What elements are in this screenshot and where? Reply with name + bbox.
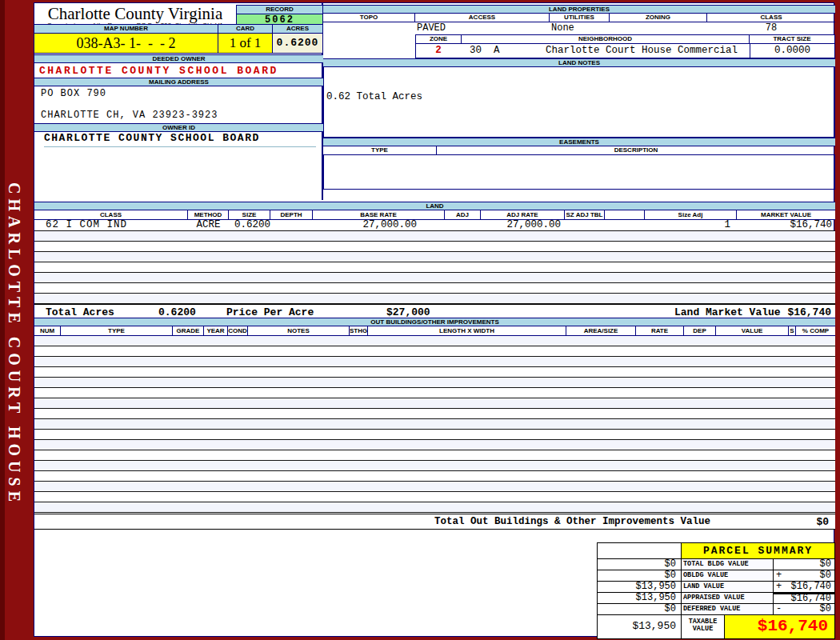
land-properties-panel: LAND PROPERTIES TOPO ACCESS UTILITIES ZO… (323, 3, 835, 200)
land-base-rate-value: 27,000.00 (313, 220, 417, 230)
land-notes-text: 0.62 Total Acres (326, 91, 422, 102)
col-land-size-adj: Size Adj (645, 210, 737, 219)
record-card-content: Charlotte County Virginia Commissioner o… (34, 2, 834, 637)
label-obldg: OBLDG VALUE (682, 570, 774, 581)
label-taxable-line2: VALUE (693, 625, 714, 633)
card-value: 1 of 1 (218, 34, 273, 53)
op-obldg: + (776, 570, 782, 581)
prior-appraised: $13,950 (598, 593, 682, 603)
summary-row-taxable: $13,950 TAXABLE VALUE $16,740 (598, 615, 834, 638)
summary-row-land: $13,950 LAND VALUE +$16,740 (598, 582, 834, 593)
col-ob-num: NUM (34, 326, 61, 335)
col-land-adj-rate: ADJ RATE (481, 210, 565, 219)
summary-row-total-bldg: $0 TOTAL BLDG VALUE $0 (598, 559, 834, 570)
easements-box (323, 155, 835, 190)
value-land: $16,740 (791, 582, 831, 592)
land-notes-box: 0.62 Total Acres (323, 67, 835, 138)
col-ob-sthgt: STHGT (350, 326, 368, 335)
owner-id-value: CHARLOTTE COUNTY SCHOOL BOARD (44, 132, 316, 147)
zone-table-values: 2 30 A Charlotte Court House Commercial … (416, 44, 834, 58)
col-ob-notes: NOTES (248, 326, 350, 335)
prior-total-bldg: $0 (598, 559, 682, 570)
land-properties-title: LAND PROPERTIES (323, 5, 835, 14)
out-buildings-section: OUT BUILDINGS/OTHER IMPROVEMENTS NUM TYP… (34, 318, 835, 530)
col-class: CLASS (707, 14, 835, 22)
land-method-value: ACRE (188, 220, 229, 230)
label-appraised: APPRAISED VALUE (682, 593, 774, 603)
value-obldg: $0 (820, 570, 831, 581)
col-ob-type: TYPE (61, 326, 173, 335)
owner-id-label: OWNER ID (34, 123, 323, 132)
value-total-bldg: $0 (820, 559, 831, 570)
map-card-acres-header: MAP NUMBER CARD ACRES (34, 24, 323, 34)
property-record-card: CHARLOTTE COURT HOUSE Charlotte County V… (0, 0, 840, 640)
address-line-2: CHARLOTTE CH, VA 23923-3923 (41, 110, 317, 124)
acres-label: ACRES (273, 25, 323, 33)
col-land-sz-adj-tbl: SZ ADJ TBL (565, 210, 605, 219)
land-adj-rate-value: 27,000.00 (481, 220, 561, 230)
map-number-label: MAP NUMBER (34, 25, 218, 33)
neighborhood-label: NEIGHBORHOOD (462, 35, 750, 43)
out-buildings-empty-rows (34, 336, 835, 514)
col-land-blank (605, 210, 645, 219)
col-ob-value: VALUE (716, 326, 789, 335)
out-buildings-title: OUT BUILDINGS/OTHER IMPROVEMENTS (34, 318, 835, 326)
prior-taxable: $13,950 (598, 615, 682, 638)
op-deferred: - (776, 604, 782, 614)
parcel-summary-spacer (598, 543, 682, 558)
op-land: + (776, 582, 782, 592)
neighborhood-cell: 30 A Charlotte Court House Commercial (462, 44, 750, 58)
parcel-summary-title: PARCEL SUMMARY (682, 543, 834, 558)
zone-value: 2 (416, 44, 462, 58)
col-land-base-rate: BASE RATE (313, 210, 445, 219)
utilities-value: None (551, 22, 574, 34)
header-owner-panel: Charlotte County Virginia Commissioner o… (34, 3, 323, 200)
col-land-class: CLASS (34, 210, 188, 219)
col-ob-rate: RATE (636, 326, 684, 335)
out-buildings-total-row: Total Out Buildings & Other Improvements… (34, 514, 835, 530)
deeded-owner-value: CHARLOTTE COUNTY SCHOOL BOARD (39, 65, 278, 77)
col-easement-type: TYPE (323, 146, 437, 154)
zone-label: ZONE (416, 35, 462, 43)
label-taxable: TAXABLE VALUE (682, 615, 725, 638)
value-appraised: $16,740 (791, 594, 831, 603)
col-land-adj: ADJ (445, 210, 481, 219)
tract-size-label: TRACT SIZE (750, 35, 834, 43)
land-empty-rows (34, 231, 835, 304)
label-land: LAND VALUE (682, 582, 774, 592)
map-card-acres-values: 038-A3- 1- - - 2 1 of 1 0.6200 (34, 34, 323, 54)
land-notes-title: LAND NOTES (323, 58, 835, 67)
deeded-owner-label: DEEDED OWNER (34, 54, 323, 63)
summary-row-appraised: $13,950 APPRAISED VALUE $16,740 (598, 593, 834, 604)
col-ob-dep: DEP (684, 326, 716, 335)
land-size-adj-value: 1 (645, 220, 730, 230)
col-land-depth: DEPTH (270, 210, 313, 219)
easements-columns: TYPE DESCRIPTION (323, 146, 835, 155)
col-ob-year: YEAR (204, 326, 228, 335)
land-title: LAND (34, 202, 835, 210)
zone-neighborhood-table: ZONE NEIGHBORHOOD TRACT SIZE 2 30 A Char… (415, 34, 835, 58)
card-label: CARD (218, 25, 273, 33)
record-label: RECORD (237, 6, 322, 14)
zone-table-header: ZONE NEIGHBORHOOD TRACT SIZE (416, 35, 834, 44)
col-topo: TOPO (323, 14, 415, 22)
col-ob-area-size: AREA/SIZE (566, 326, 636, 335)
address-line-1: PO BOX 790 (41, 88, 106, 99)
parcel-summary-table: PARCEL SUMMARY $0 TOTAL BLDG VALUE $0 $0… (597, 542, 835, 639)
land-size-value: 0.6200 (229, 220, 270, 230)
label-total-bldg: TOTAL BLDG VALUE (682, 559, 774, 570)
prior-land: $13,950 (598, 582, 682, 592)
out-buildings-total-value: $0 (816, 514, 829, 530)
col-ob-pct-comp: % COMP (796, 326, 835, 335)
land-data-row: 62 I COM IND ACRE 0.6200 27,000.00 27,00… (34, 220, 835, 231)
col-ob-length-width: LENGTH X WIDTH (368, 326, 566, 335)
col-access: ACCESS (415, 14, 550, 22)
col-land-size: SIZE (229, 210, 270, 219)
value-deferred: $0 (820, 604, 831, 614)
map-number-value: 038-A3- 1- - - 2 (34, 34, 218, 53)
land-class-value: 62 I COM IND (46, 220, 127, 230)
neighborhood-code: 30 A (462, 44, 534, 58)
class-value: 78 (707, 22, 835, 34)
land-market-value: $16,740 (737, 220, 832, 230)
parcel-summary-header: PARCEL SUMMARY (598, 543, 834, 559)
